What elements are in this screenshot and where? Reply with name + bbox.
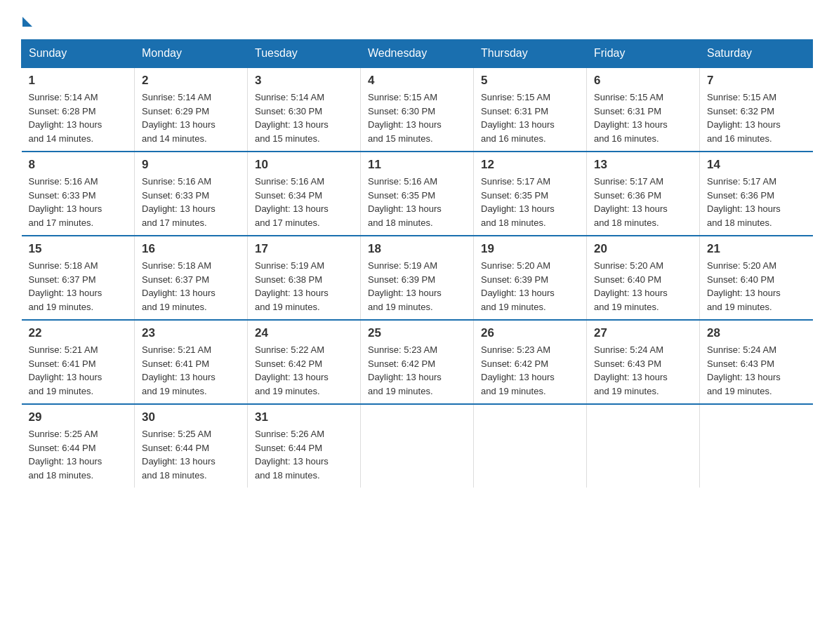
day-info: Sunrise: 5:15 AMSunset: 6:30 PMDaylight:…: [368, 90, 466, 145]
day-info: Sunrise: 5:20 AMSunset: 6:39 PMDaylight:…: [481, 259, 579, 314]
week-row-5: 29Sunrise: 5:25 AMSunset: 6:44 PMDayligh…: [22, 404, 813, 488]
calendar-cell: 17Sunrise: 5:19 AMSunset: 6:38 PMDayligh…: [248, 236, 361, 320]
calendar-cell: [587, 404, 700, 488]
day-info: Sunrise: 5:23 AMSunset: 6:42 PMDaylight:…: [368, 343, 466, 398]
calendar-cell: 13Sunrise: 5:17 AMSunset: 6:36 PMDayligh…: [587, 152, 700, 236]
day-number: 22: [29, 326, 128, 340]
calendar-cell: 7Sunrise: 5:15 AMSunset: 6:32 PMDaylight…: [700, 67, 813, 152]
calendar-cell: 15Sunrise: 5:18 AMSunset: 6:37 PMDayligh…: [22, 236, 135, 320]
day-info: Sunrise: 5:18 AMSunset: 6:37 PMDaylight:…: [142, 259, 240, 314]
day-info: Sunrise: 5:19 AMSunset: 6:38 PMDaylight:…: [255, 259, 353, 314]
day-number: 25: [368, 326, 466, 340]
day-number: 21: [707, 242, 806, 256]
calendar-cell: 23Sunrise: 5:21 AMSunset: 6:41 PMDayligh…: [135, 320, 248, 404]
calendar-cell: 1Sunrise: 5:14 AMSunset: 6:28 PMDaylight…: [22, 67, 135, 152]
day-number: 13: [594, 158, 692, 172]
day-info: Sunrise: 5:24 AMSunset: 6:43 PMDaylight:…: [594, 343, 692, 398]
day-info: Sunrise: 5:14 AMSunset: 6:29 PMDaylight:…: [142, 90, 240, 145]
week-row-4: 22Sunrise: 5:21 AMSunset: 6:41 PMDayligh…: [22, 320, 813, 404]
day-info: Sunrise: 5:17 AMSunset: 6:36 PMDaylight:…: [594, 175, 692, 229]
day-info: Sunrise: 5:21 AMSunset: 6:41 PMDaylight:…: [29, 343, 128, 398]
header-monday: Monday: [135, 40, 248, 68]
page-header: [21, 14, 813, 25]
day-number: 18: [368, 242, 466, 256]
day-number: 6: [594, 74, 692, 88]
day-number: 2: [142, 74, 240, 88]
calendar-cell: [474, 404, 587, 488]
day-info: Sunrise: 5:26 AMSunset: 6:44 PMDaylight:…: [255, 427, 353, 482]
calendar-cell: [361, 404, 474, 488]
day-info: Sunrise: 5:25 AMSunset: 6:44 PMDaylight:…: [29, 427, 128, 482]
day-number: 1: [29, 74, 128, 88]
day-info: Sunrise: 5:15 AMSunset: 6:31 PMDaylight:…: [594, 90, 692, 145]
logo: [21, 14, 32, 25]
day-number: 7: [707, 74, 806, 88]
day-info: Sunrise: 5:25 AMSunset: 6:44 PMDaylight:…: [142, 427, 240, 482]
week-row-3: 15Sunrise: 5:18 AMSunset: 6:37 PMDayligh…: [22, 236, 813, 320]
header-tuesday: Tuesday: [248, 40, 361, 68]
calendar-cell: 22Sunrise: 5:21 AMSunset: 6:41 PMDayligh…: [22, 320, 135, 404]
header-row: SundayMondayTuesdayWednesdayThursdayFrid…: [22, 40, 813, 68]
day-number: 5: [481, 74, 579, 88]
calendar-cell: 27Sunrise: 5:24 AMSunset: 6:43 PMDayligh…: [587, 320, 700, 404]
calendar-cell: 9Sunrise: 5:16 AMSunset: 6:33 PMDaylight…: [135, 152, 248, 236]
header-wednesday: Wednesday: [361, 40, 474, 68]
day-info: Sunrise: 5:23 AMSunset: 6:42 PMDaylight:…: [481, 343, 579, 398]
day-number: 30: [142, 410, 240, 424]
week-row-1: 1Sunrise: 5:14 AMSunset: 6:28 PMDaylight…: [22, 67, 813, 152]
calendar-cell: 6Sunrise: 5:15 AMSunset: 6:31 PMDaylight…: [587, 67, 700, 152]
day-number: 12: [481, 158, 579, 172]
calendar-cell: 21Sunrise: 5:20 AMSunset: 6:40 PMDayligh…: [700, 236, 813, 320]
calendar-cell: 11Sunrise: 5:16 AMSunset: 6:35 PMDayligh…: [361, 152, 474, 236]
day-number: 31: [255, 410, 353, 424]
day-number: 3: [255, 74, 353, 88]
day-number: 19: [481, 242, 579, 256]
logo-arrow-icon: [22, 17, 32, 27]
day-info: Sunrise: 5:14 AMSunset: 6:30 PMDaylight:…: [255, 90, 353, 145]
calendar-cell: 29Sunrise: 5:25 AMSunset: 6:44 PMDayligh…: [22, 404, 135, 488]
day-info: Sunrise: 5:19 AMSunset: 6:39 PMDaylight:…: [368, 259, 466, 314]
calendar-cell: 8Sunrise: 5:16 AMSunset: 6:33 PMDaylight…: [22, 152, 135, 236]
day-info: Sunrise: 5:20 AMSunset: 6:40 PMDaylight:…: [594, 259, 692, 314]
day-info: Sunrise: 5:16 AMSunset: 6:33 PMDaylight:…: [142, 175, 240, 229]
week-row-2: 8Sunrise: 5:16 AMSunset: 6:33 PMDaylight…: [22, 152, 813, 236]
day-number: 4: [368, 74, 466, 88]
day-number: 11: [368, 158, 466, 172]
day-number: 26: [481, 326, 579, 340]
day-info: Sunrise: 5:24 AMSunset: 6:43 PMDaylight:…: [707, 343, 806, 398]
day-info: Sunrise: 5:18 AMSunset: 6:37 PMDaylight:…: [29, 259, 128, 314]
calendar-cell: 25Sunrise: 5:23 AMSunset: 6:42 PMDayligh…: [361, 320, 474, 404]
calendar-cell: 20Sunrise: 5:20 AMSunset: 6:40 PMDayligh…: [587, 236, 700, 320]
day-info: Sunrise: 5:17 AMSunset: 6:35 PMDaylight:…: [481, 175, 579, 229]
day-info: Sunrise: 5:16 AMSunset: 6:33 PMDaylight:…: [29, 175, 128, 229]
day-info: Sunrise: 5:14 AMSunset: 6:28 PMDaylight:…: [29, 90, 128, 145]
header-sunday: Sunday: [22, 40, 135, 68]
header-saturday: Saturday: [700, 40, 813, 68]
day-number: 14: [707, 158, 806, 172]
day-number: 15: [29, 242, 128, 256]
day-number: 24: [255, 326, 353, 340]
day-number: 16: [142, 242, 240, 256]
day-info: Sunrise: 5:22 AMSunset: 6:42 PMDaylight:…: [255, 343, 353, 398]
day-number: 10: [255, 158, 353, 172]
calendar-cell: 14Sunrise: 5:17 AMSunset: 6:36 PMDayligh…: [700, 152, 813, 236]
calendar-cell: 19Sunrise: 5:20 AMSunset: 6:39 PMDayligh…: [474, 236, 587, 320]
calendar-cell: 26Sunrise: 5:23 AMSunset: 6:42 PMDayligh…: [474, 320, 587, 404]
day-info: Sunrise: 5:15 AMSunset: 6:32 PMDaylight:…: [707, 90, 806, 145]
calendar-table: SundayMondayTuesdayWednesdayThursdayFrid…: [21, 39, 813, 488]
calendar-cell: [700, 404, 813, 488]
calendar-cell: 12Sunrise: 5:17 AMSunset: 6:35 PMDayligh…: [474, 152, 587, 236]
day-info: Sunrise: 5:16 AMSunset: 6:35 PMDaylight:…: [368, 175, 466, 229]
day-info: Sunrise: 5:15 AMSunset: 6:31 PMDaylight:…: [481, 90, 579, 145]
day-info: Sunrise: 5:21 AMSunset: 6:41 PMDaylight:…: [142, 343, 240, 398]
day-info: Sunrise: 5:20 AMSunset: 6:40 PMDaylight:…: [707, 259, 806, 314]
calendar-cell: 30Sunrise: 5:25 AMSunset: 6:44 PMDayligh…: [135, 404, 248, 488]
calendar-header: SundayMondayTuesdayWednesdayThursdayFrid…: [22, 40, 813, 68]
day-number: 27: [594, 326, 692, 340]
calendar-body: 1Sunrise: 5:14 AMSunset: 6:28 PMDaylight…: [22, 67, 813, 488]
header-friday: Friday: [587, 40, 700, 68]
calendar-cell: 3Sunrise: 5:14 AMSunset: 6:30 PMDaylight…: [248, 67, 361, 152]
day-info: Sunrise: 5:17 AMSunset: 6:36 PMDaylight:…: [707, 175, 806, 229]
day-number: 23: [142, 326, 240, 340]
calendar-cell: 28Sunrise: 5:24 AMSunset: 6:43 PMDayligh…: [700, 320, 813, 404]
